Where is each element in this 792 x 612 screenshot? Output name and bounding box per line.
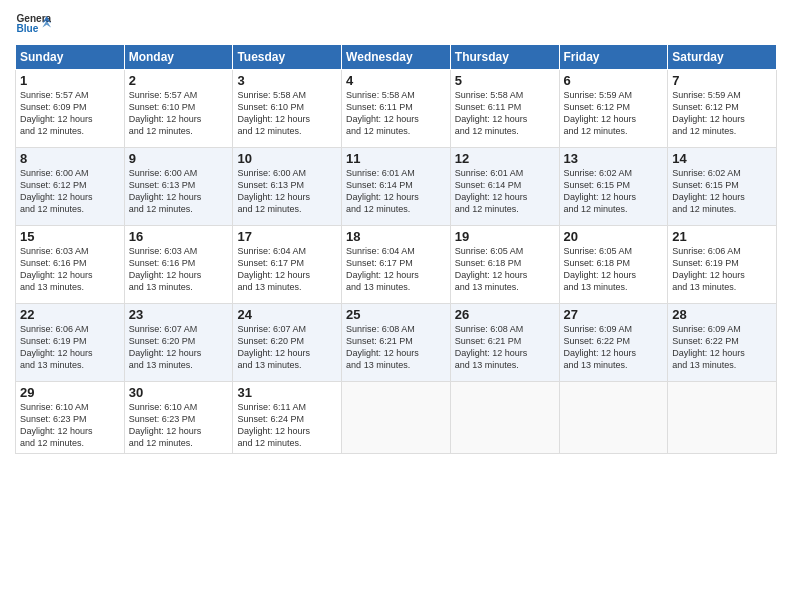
calendar-cell: 8Sunrise: 6:00 AMSunset: 6:12 PMDaylight… [16,148,125,226]
calendar-cell: 19Sunrise: 6:05 AMSunset: 6:18 PMDayligh… [450,226,559,304]
calendar-cell: 23Sunrise: 6:07 AMSunset: 6:20 PMDayligh… [124,304,233,382]
day-number: 27 [564,307,664,322]
calendar-cell: 20Sunrise: 6:05 AMSunset: 6:18 PMDayligh… [559,226,668,304]
day-number: 19 [455,229,555,244]
day-number: 28 [672,307,772,322]
day-info: Sunrise: 6:08 AMSunset: 6:21 PMDaylight:… [346,324,419,370]
day-number: 9 [129,151,229,166]
calendar-cell: 9Sunrise: 6:00 AMSunset: 6:13 PMDaylight… [124,148,233,226]
day-number: 6 [564,73,664,88]
day-info: Sunrise: 6:06 AMSunset: 6:19 PMDaylight:… [672,246,745,292]
day-number: 17 [237,229,337,244]
header: General Blue [15,10,777,38]
day-info: Sunrise: 6:00 AMSunset: 6:12 PMDaylight:… [20,168,93,214]
day-info: Sunrise: 5:57 AMSunset: 6:09 PMDaylight:… [20,90,93,136]
day-info: Sunrise: 5:59 AMSunset: 6:12 PMDaylight:… [672,90,745,136]
day-info: Sunrise: 6:08 AMSunset: 6:21 PMDaylight:… [455,324,528,370]
day-info: Sunrise: 5:58 AMSunset: 6:11 PMDaylight:… [346,90,419,136]
calendar-cell: 26Sunrise: 6:08 AMSunset: 6:21 PMDayligh… [450,304,559,382]
col-monday: Monday [124,45,233,70]
col-tuesday: Tuesday [233,45,342,70]
day-number: 23 [129,307,229,322]
calendar-cell: 2Sunrise: 5:57 AMSunset: 6:10 PMDaylight… [124,70,233,148]
day-info: Sunrise: 6:04 AMSunset: 6:17 PMDaylight:… [346,246,419,292]
day-info: Sunrise: 5:58 AMSunset: 6:10 PMDaylight:… [237,90,310,136]
calendar-cell: 17Sunrise: 6:04 AMSunset: 6:17 PMDayligh… [233,226,342,304]
day-number: 5 [455,73,555,88]
day-info: Sunrise: 6:01 AMSunset: 6:14 PMDaylight:… [455,168,528,214]
calendar-cell: 18Sunrise: 6:04 AMSunset: 6:17 PMDayligh… [342,226,451,304]
day-info: Sunrise: 6:10 AMSunset: 6:23 PMDaylight:… [20,402,93,448]
calendar-header-row: Sunday Monday Tuesday Wednesday Thursday… [16,45,777,70]
day-number: 11 [346,151,446,166]
day-info: Sunrise: 6:09 AMSunset: 6:22 PMDaylight:… [564,324,637,370]
calendar-cell: 13Sunrise: 6:02 AMSunset: 6:15 PMDayligh… [559,148,668,226]
calendar-cell: 21Sunrise: 6:06 AMSunset: 6:19 PMDayligh… [668,226,777,304]
day-number: 20 [564,229,664,244]
day-info: Sunrise: 6:07 AMSunset: 6:20 PMDaylight:… [129,324,202,370]
calendar-cell: 3Sunrise: 5:58 AMSunset: 6:10 PMDaylight… [233,70,342,148]
logo: General Blue [15,10,51,38]
calendar-cell [668,382,777,454]
calendar-cell: 15Sunrise: 6:03 AMSunset: 6:16 PMDayligh… [16,226,125,304]
calendar-cell [342,382,451,454]
day-info: Sunrise: 6:07 AMSunset: 6:20 PMDaylight:… [237,324,310,370]
calendar-cell: 12Sunrise: 6:01 AMSunset: 6:14 PMDayligh… [450,148,559,226]
day-number: 10 [237,151,337,166]
day-info: Sunrise: 6:04 AMSunset: 6:17 PMDaylight:… [237,246,310,292]
calendar-cell: 31Sunrise: 6:11 AMSunset: 6:24 PMDayligh… [233,382,342,454]
calendar-cell: 11Sunrise: 6:01 AMSunset: 6:14 PMDayligh… [342,148,451,226]
calendar-cell [559,382,668,454]
day-number: 22 [20,307,120,322]
page: General Blue Sunday Monday Tuesday Wedne… [0,0,792,612]
day-info: Sunrise: 6:00 AMSunset: 6:13 PMDaylight:… [237,168,310,214]
day-number: 2 [129,73,229,88]
day-info: Sunrise: 5:58 AMSunset: 6:11 PMDaylight:… [455,90,528,136]
day-number: 24 [237,307,337,322]
day-number: 8 [20,151,120,166]
day-number: 14 [672,151,772,166]
calendar-cell: 22Sunrise: 6:06 AMSunset: 6:19 PMDayligh… [16,304,125,382]
logo-icon: General Blue [15,10,51,38]
day-number: 3 [237,73,337,88]
col-wednesday: Wednesday [342,45,451,70]
day-info: Sunrise: 6:02 AMSunset: 6:15 PMDaylight:… [672,168,745,214]
calendar-cell: 29Sunrise: 6:10 AMSunset: 6:23 PMDayligh… [16,382,125,454]
calendar-cell: 5Sunrise: 5:58 AMSunset: 6:11 PMDaylight… [450,70,559,148]
day-info: Sunrise: 6:02 AMSunset: 6:15 PMDaylight:… [564,168,637,214]
day-info: Sunrise: 6:11 AMSunset: 6:24 PMDaylight:… [237,402,310,448]
calendar-cell: 27Sunrise: 6:09 AMSunset: 6:22 PMDayligh… [559,304,668,382]
col-sunday: Sunday [16,45,125,70]
calendar-cell: 16Sunrise: 6:03 AMSunset: 6:16 PMDayligh… [124,226,233,304]
col-saturday: Saturday [668,45,777,70]
day-info: Sunrise: 6:03 AMSunset: 6:16 PMDaylight:… [129,246,202,292]
calendar-cell: 28Sunrise: 6:09 AMSunset: 6:22 PMDayligh… [668,304,777,382]
calendar-cell: 24Sunrise: 6:07 AMSunset: 6:20 PMDayligh… [233,304,342,382]
day-number: 29 [20,385,120,400]
calendar-table: Sunday Monday Tuesday Wednesday Thursday… [15,44,777,454]
day-number: 26 [455,307,555,322]
day-number: 21 [672,229,772,244]
col-friday: Friday [559,45,668,70]
day-number: 30 [129,385,229,400]
day-number: 31 [237,385,337,400]
calendar-cell: 7Sunrise: 5:59 AMSunset: 6:12 PMDaylight… [668,70,777,148]
day-number: 12 [455,151,555,166]
calendar-cell: 25Sunrise: 6:08 AMSunset: 6:21 PMDayligh… [342,304,451,382]
day-number: 16 [129,229,229,244]
svg-text:Blue: Blue [16,23,38,34]
calendar-cell: 1Sunrise: 5:57 AMSunset: 6:09 PMDaylight… [16,70,125,148]
calendar-cell: 4Sunrise: 5:58 AMSunset: 6:11 PMDaylight… [342,70,451,148]
day-info: Sunrise: 6:03 AMSunset: 6:16 PMDaylight:… [20,246,93,292]
calendar-cell: 6Sunrise: 5:59 AMSunset: 6:12 PMDaylight… [559,70,668,148]
calendar-cell: 10Sunrise: 6:00 AMSunset: 6:13 PMDayligh… [233,148,342,226]
calendar-cell: 14Sunrise: 6:02 AMSunset: 6:15 PMDayligh… [668,148,777,226]
day-number: 18 [346,229,446,244]
day-info: Sunrise: 6:09 AMSunset: 6:22 PMDaylight:… [672,324,745,370]
day-info: Sunrise: 5:59 AMSunset: 6:12 PMDaylight:… [564,90,637,136]
day-number: 25 [346,307,446,322]
day-info: Sunrise: 5:57 AMSunset: 6:10 PMDaylight:… [129,90,202,136]
day-info: Sunrise: 6:10 AMSunset: 6:23 PMDaylight:… [129,402,202,448]
day-number: 15 [20,229,120,244]
day-info: Sunrise: 6:00 AMSunset: 6:13 PMDaylight:… [129,168,202,214]
